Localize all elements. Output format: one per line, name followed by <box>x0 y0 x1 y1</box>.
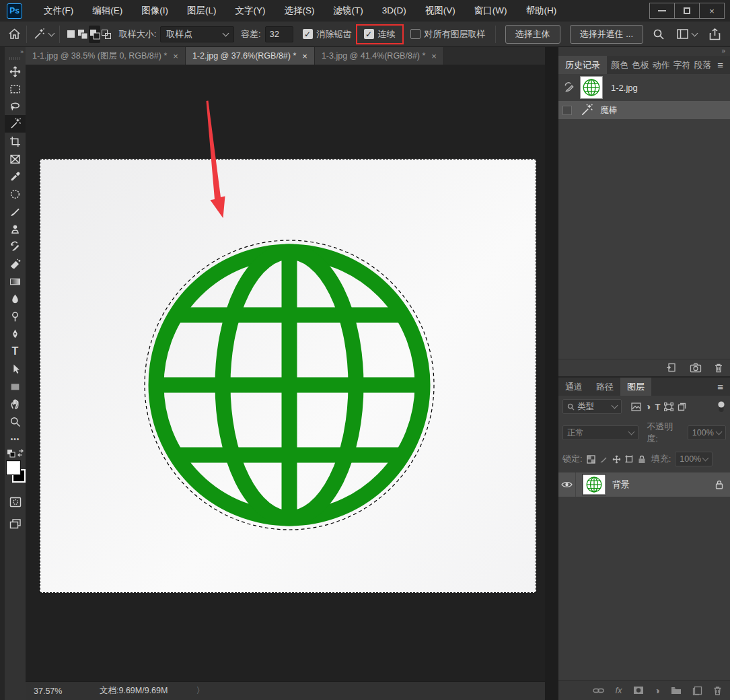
sample-size-dropdown[interactable]: 取样点 <box>160 26 234 42</box>
menu-filter[interactable]: 滤镜(T) <box>324 0 373 22</box>
close-icon[interactable]: × <box>173 51 178 61</box>
menu-layer[interactable]: 图层(L) <box>178 0 226 22</box>
history-source-checkbox[interactable] <box>562 106 572 115</box>
move-tool[interactable] <box>5 63 26 80</box>
lock-all-icon[interactable] <box>638 455 646 464</box>
doc-tab-1-1[interactable]: 1-1.jpg @ 38.5% (图层 0, RGB/8#) * × <box>26 47 186 65</box>
pen-tool[interactable] <box>5 325 26 343</box>
lasso-tool[interactable] <box>5 98 26 115</box>
share-icon[interactable] <box>709 28 721 40</box>
gradient-tool[interactable] <box>5 273 26 290</box>
new-selection-mode-button[interactable] <box>65 26 77 43</box>
screen-mode-button[interactable] <box>5 515 26 532</box>
filter-type-layers-icon[interactable]: T <box>655 402 660 412</box>
adjustment-layer-icon[interactable]: ◑ <box>655 686 660 695</box>
tab-character[interactable]: 字符 <box>669 56 690 74</box>
tab-layers[interactable]: 图层 <box>620 378 651 396</box>
filter-toggle-switch[interactable] <box>717 401 726 413</box>
frame-tool[interactable] <box>5 150 26 168</box>
panel-collapse-icon[interactable]: » <box>558 47 730 56</box>
camera-snapshot-icon[interactable] <box>690 363 702 373</box>
menu-file[interactable]: 文件(F) <box>34 0 83 22</box>
rectangle-shape-tool[interactable] <box>5 378 26 395</box>
sample-all-layers-option[interactable]: 对所有图层取样 <box>410 28 486 40</box>
anti-alias-checkbox[interactable]: ✓ <box>303 29 313 39</box>
contiguous-checkbox[interactable]: ✓ <box>364 29 374 39</box>
clone-stamp-tool[interactable] <box>5 220 26 238</box>
tab-color[interactable]: 颜色 <box>607 56 628 74</box>
lock-transparency-icon[interactable] <box>587 455 595 464</box>
tolerance-input[interactable] <box>265 26 293 42</box>
magic-wand-tool[interactable] <box>5 115 26 133</box>
menu-select[interactable]: 选择(S) <box>275 0 324 22</box>
blur-tool[interactable] <box>5 290 26 308</box>
anti-alias-option[interactable]: ✓ 消除锯齿 <box>303 28 352 40</box>
history-state-row[interactable]: 魔棒 <box>558 101 730 119</box>
eyedropper-tool[interactable] <box>5 168 26 185</box>
minimize-button[interactable] <box>649 3 675 19</box>
zoom-tool[interactable] <box>5 413 26 430</box>
rectangular-marquee-tool[interactable] <box>5 80 26 98</box>
image-canvas[interactable] <box>40 159 536 593</box>
lock-pixels-brush-icon[interactable] <box>599 455 608 464</box>
lock-artboard-icon[interactable] <box>625 455 634 464</box>
toolbox-grip[interactable] <box>9 57 22 60</box>
subtract-selection-mode-button[interactable] <box>89 26 100 43</box>
history-brush-tool[interactable] <box>5 238 26 255</box>
delete-layer-trash-icon[interactable] <box>713 686 722 695</box>
panel-menu-icon[interactable]: ≡ <box>710 378 730 396</box>
select-and-mask-button[interactable]: 选择并遮住 ... <box>570 25 643 44</box>
intersect-selection-mode-button[interactable] <box>100 26 112 43</box>
default-and-swap-colors[interactable] <box>5 448 26 460</box>
home-icon[interactable] <box>8 28 21 40</box>
tab-history[interactable]: 历史记录 <box>558 56 607 74</box>
delete-state-trash-icon[interactable] <box>714 363 723 373</box>
crop-tool[interactable] <box>5 133 26 150</box>
menu-image[interactable]: 图像(I) <box>132 0 178 22</box>
menu-window[interactable]: 窗口(W) <box>465 0 517 22</box>
tab-channels[interactable]: 通道 <box>558 378 589 396</box>
tab-actions[interactable]: 动作 <box>649 56 669 74</box>
doc-tab-1-3[interactable]: 1-3.jpg @ 41.4%(RGB/8#) * × <box>315 47 444 65</box>
canvas-area[interactable] <box>26 65 545 681</box>
close-icon[interactable]: × <box>431 51 437 61</box>
menu-type[interactable]: 文字(Y) <box>226 0 275 22</box>
dodge-tool[interactable] <box>5 308 26 325</box>
status-expand-icon[interactable]: 〉 <box>196 685 205 697</box>
quick-mask-mode-button[interactable] <box>5 493 26 511</box>
add-layer-mask-icon[interactable] <box>633 686 644 695</box>
new-document-from-state-icon[interactable] <box>666 363 678 373</box>
eraser-tool[interactable] <box>5 255 26 273</box>
spot-healing-brush-tool[interactable] <box>5 185 26 203</box>
layer-row-background[interactable]: 背景 <box>558 473 730 497</box>
history-snapshot-row[interactable]: 1-2.jpg <box>558 74 730 101</box>
lock-position-icon[interactable] <box>612 455 621 464</box>
workspace-switcher-icon[interactable] <box>677 29 697 40</box>
hand-tool[interactable] <box>5 395 26 413</box>
menu-edit[interactable]: 编辑(E) <box>83 0 132 22</box>
blend-mode-dropdown[interactable]: 正常 <box>562 425 638 440</box>
add-selection-mode-button[interactable] <box>77 26 88 43</box>
toolbox-collapse-icon[interactable]: » <box>5 47 26 55</box>
path-selection-tool[interactable] <box>5 360 26 378</box>
filter-smart-objects-icon[interactable] <box>678 403 686 411</box>
layer-style-fx-icon[interactable]: fx <box>615 685 622 695</box>
link-layers-icon[interactable] <box>593 687 604 694</box>
select-subject-button[interactable]: 选择主体 <box>505 25 560 44</box>
tab-swatches[interactable]: 色板 <box>628 56 649 74</box>
layer-filter-dropdown[interactable]: 类型 <box>562 399 622 414</box>
new-group-folder-icon[interactable] <box>671 686 682 695</box>
layer-lock-icon[interactable] <box>715 480 723 489</box>
tab-paths[interactable]: 路径 <box>589 378 620 396</box>
more-tools-icon[interactable]: ••• <box>5 430 26 448</box>
menu-3d[interactable]: 3D(D) <box>373 0 416 22</box>
fill-dropdown[interactable]: 100% <box>675 452 713 466</box>
type-tool[interactable]: T <box>5 343 26 360</box>
panel-menu-icon[interactable]: ≡ <box>710 56 730 74</box>
sample-all-layers-checkbox[interactable] <box>410 29 421 39</box>
history-brush-source-icon[interactable] <box>562 81 576 94</box>
maximize-button[interactable] <box>674 3 700 19</box>
menu-help[interactable]: 帮助(H) <box>516 0 566 22</box>
close-button[interactable]: × <box>699 3 725 19</box>
close-icon[interactable]: × <box>302 51 307 61</box>
